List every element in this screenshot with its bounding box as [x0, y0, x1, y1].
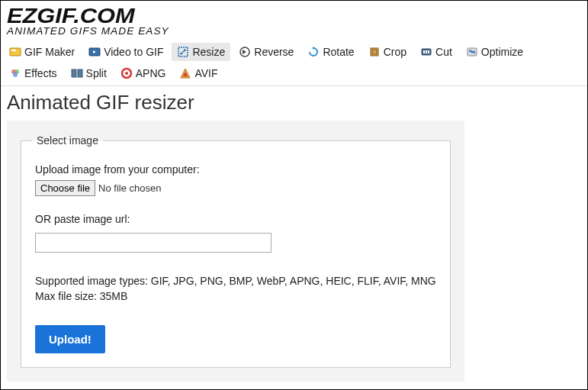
max-size-text: Max file size: 35MB	[35, 289, 436, 305]
gif-maker-icon	[9, 46, 21, 58]
nav-label: Crop	[384, 46, 406, 58]
cut-icon	[420, 46, 432, 58]
svg-rect-13	[428, 50, 429, 53]
page-title: Animated GIF resizer	[7, 91, 581, 114]
url-input[interactable]	[35, 233, 272, 253]
svg-rect-0	[10, 48, 21, 56]
effects-icon	[9, 67, 21, 79]
video-icon	[88, 46, 101, 58]
upload-label: Upload image from your computer:	[35, 163, 436, 176]
nav-label: AVIF	[194, 67, 217, 79]
split-icon	[71, 67, 83, 79]
reverse-icon	[239, 46, 251, 58]
url-label: OR paste image url:	[35, 213, 436, 225]
nav-reverse[interactable]: Reverse	[233, 43, 299, 61]
nav-label: Optimize	[481, 46, 523, 58]
svg-marker-6	[243, 50, 246, 54]
svg-point-17	[13, 73, 18, 77]
nav-label: Split	[86, 67, 107, 79]
choose-file-button[interactable]: Choose file	[35, 180, 95, 196]
upload-button[interactable]: Upload!	[35, 325, 105, 353]
file-status-text: No file chosen	[98, 182, 161, 194]
site-header: EZGIF.COM ANIMATED GIFS MADE EASY	[1, 1, 587, 38]
nav-label: Rotate	[323, 46, 354, 58]
svg-marker-7	[313, 47, 315, 50]
svg-rect-1	[11, 50, 16, 51]
nav-label: Resize	[192, 46, 225, 58]
nav-crop[interactable]: Crop	[363, 43, 412, 61]
upload-panel: Select image Upload image from your comp…	[7, 121, 464, 382]
nav-gif-maker[interactable]: GIF Maker	[4, 43, 80, 61]
optimize-icon	[466, 46, 478, 58]
crop-icon	[368, 46, 381, 58]
resize-icon	[177, 46, 189, 58]
nav-label: APNG	[136, 67, 166, 79]
apng-icon	[120, 67, 133, 79]
nav-label: Video to GIF	[104, 46, 163, 58]
nav-resize[interactable]: Resize	[172, 43, 230, 61]
rotate-icon	[307, 46, 320, 58]
nav-optimize[interactable]: Optimize	[461, 43, 529, 61]
svg-rect-12	[426, 50, 427, 53]
nav-label: Cut	[435, 46, 452, 58]
supported-types-text: Supported image types: GIF, JPG, PNG, BM…	[35, 274, 436, 289]
avif-icon	[179, 67, 191, 79]
file-input-row: Choose file No file chosen	[35, 180, 436, 196]
svg-point-21	[125, 72, 128, 75]
nav-apng[interactable]: APNG	[115, 64, 172, 82]
fieldset-legend: Select image	[32, 134, 103, 147]
nav-split[interactable]: Split	[66, 64, 112, 82]
nav-effects[interactable]: Effects	[4, 64, 63, 82]
nav-label: Reverse	[254, 46, 294, 58]
logo-subtitle: ANIMATED GIFS MADE EASY	[7, 25, 588, 37]
nav-label: GIF Maker	[24, 46, 75, 58]
svg-rect-11	[423, 50, 425, 53]
svg-rect-18	[72, 69, 76, 77]
nav-cut[interactable]: Cut	[415, 43, 458, 61]
select-image-fieldset: Select image Upload image from your comp…	[21, 134, 451, 368]
nav-rotate[interactable]: Rotate	[302, 43, 359, 61]
main-nav: GIF Maker Video to GIF Resize Reverse Ro…	[1, 38, 587, 86]
main-content: Animated GIF resizer Select image Upload…	[1, 86, 587, 386]
nav-avif[interactable]: AVIF	[174, 64, 223, 82]
svg-rect-19	[78, 69, 82, 77]
nav-label: Effects	[24, 67, 57, 79]
nav-video-to-gif[interactable]: Video to GIF	[83, 43, 169, 61]
